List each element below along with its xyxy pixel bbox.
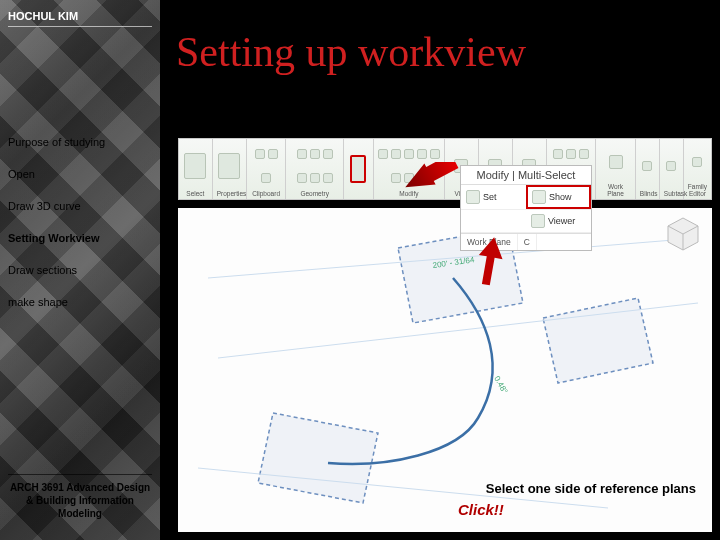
- flyout-show[interactable]: Show: [526, 185, 591, 209]
- slide-title: Setting up workview: [160, 0, 720, 96]
- clip-icon[interactable]: [268, 149, 278, 159]
- flyout-show-label: Show: [549, 192, 572, 202]
- flyout-tabs: Work Plane C: [461, 233, 591, 250]
- ribbon-lbl-geometry: Geometry: [290, 190, 339, 197]
- ribbon-lbl-clipboard: Clipboard: [251, 190, 282, 197]
- svg-text:0.48°: 0.48°: [492, 375, 509, 396]
- flyout-title: Modify | Multi-Select: [461, 166, 591, 185]
- flyout-set-label: Set: [483, 192, 497, 202]
- sidebar-item-draw-3d-curve[interactable]: Draw 3D curve: [8, 196, 152, 216]
- mod-icon[interactable]: [417, 149, 427, 159]
- course-footer: ARCH 3691 Advanced Design & Building Inf…: [8, 474, 152, 530]
- ribbon-lbl-family: Family Editor: [688, 183, 707, 197]
- geom-icon[interactable]: [323, 173, 333, 183]
- mod-icon[interactable]: [417, 173, 427, 183]
- main-area: Setting up workview Select Properties Cl…: [160, 0, 720, 540]
- flyout-set[interactable]: Set: [461, 185, 526, 209]
- flyout-tab-c[interactable]: C: [518, 234, 537, 250]
- show-icon: [532, 190, 546, 204]
- svg-marker-1: [543, 298, 653, 383]
- sidebar-item-make-shape[interactable]: make shape: [8, 292, 152, 312]
- mod-icon[interactable]: [404, 149, 414, 159]
- blinds-icon[interactable]: [642, 161, 652, 171]
- mod-icon[interactable]: [378, 149, 388, 159]
- ribbon-lbl-properties: Properties: [217, 190, 242, 197]
- click-callout: Click!!: [458, 501, 504, 518]
- ribbon-lbl-blinds: Blinds: [640, 190, 655, 197]
- subtask-icon[interactable]: [666, 161, 676, 171]
- svg-marker-2: [258, 413, 378, 503]
- clip-icon[interactable]: [261, 173, 271, 183]
- ribbon-lbl-select: Select: [183, 190, 208, 197]
- mod-icon[interactable]: [391, 149, 401, 159]
- mod-icon[interactable]: [430, 149, 440, 159]
- flyout-viewer[interactable]: Viewer: [526, 210, 591, 232]
- instruction-text: Select one side of reference plans: [486, 481, 696, 496]
- geom-icon[interactable]: [297, 173, 307, 183]
- geom-icon[interactable]: [297, 149, 307, 159]
- viewer-icon: [531, 214, 545, 228]
- family-icon[interactable]: [692, 157, 702, 167]
- geom-icon[interactable]: [323, 149, 333, 159]
- set-icon: [466, 190, 480, 204]
- author-name: HOCHUL KIM: [8, 10, 152, 27]
- ribbon-lbl-workplane: Work Plane: [600, 183, 631, 197]
- flyout-blank: [461, 210, 526, 232]
- sidebar: HOCHUL KIM Purpose of studying Open Draw…: [0, 0, 160, 540]
- flyout-tab-workplane[interactable]: Work Plane: [461, 234, 518, 250]
- workplane-highlight-icon[interactable]: [350, 155, 366, 183]
- clip-icon[interactable]: [255, 149, 265, 159]
- draw-icon[interactable]: [579, 149, 589, 159]
- viewcube[interactable]: [662, 214, 704, 256]
- ribbon-lbl-subtask: Subtask: [664, 190, 679, 197]
- sidebar-item-purpose[interactable]: Purpose of studying: [8, 132, 152, 152]
- mod-icon[interactable]: [404, 173, 414, 183]
- sidebar-item-setting-workview[interactable]: Setting Workview: [8, 228, 152, 248]
- draw-icon[interactable]: [566, 149, 576, 159]
- ribbon-toolbar: Select Properties Clipboard: [178, 138, 712, 200]
- ribbon-lbl-modify: Modify: [378, 190, 440, 197]
- workplane-icon[interactable]: [609, 155, 623, 169]
- flyout-viewer-label: Viewer: [548, 216, 575, 226]
- geom-icon[interactable]: [310, 149, 320, 159]
- geom-icon[interactable]: [310, 173, 320, 183]
- select-icon[interactable]: [184, 153, 206, 179]
- sidebar-item-draw-sections[interactable]: Draw sections: [8, 260, 152, 280]
- properties-icon[interactable]: [218, 153, 240, 179]
- sidebar-item-open[interactable]: Open: [8, 164, 152, 184]
- mod-icon[interactable]: [391, 173, 401, 183]
- slide: HOCHUL KIM Purpose of studying Open Draw…: [0, 0, 720, 540]
- draw-icon[interactable]: [553, 149, 563, 159]
- workplane-flyout: Modify | Multi-Select Set Show Viewer: [460, 165, 592, 251]
